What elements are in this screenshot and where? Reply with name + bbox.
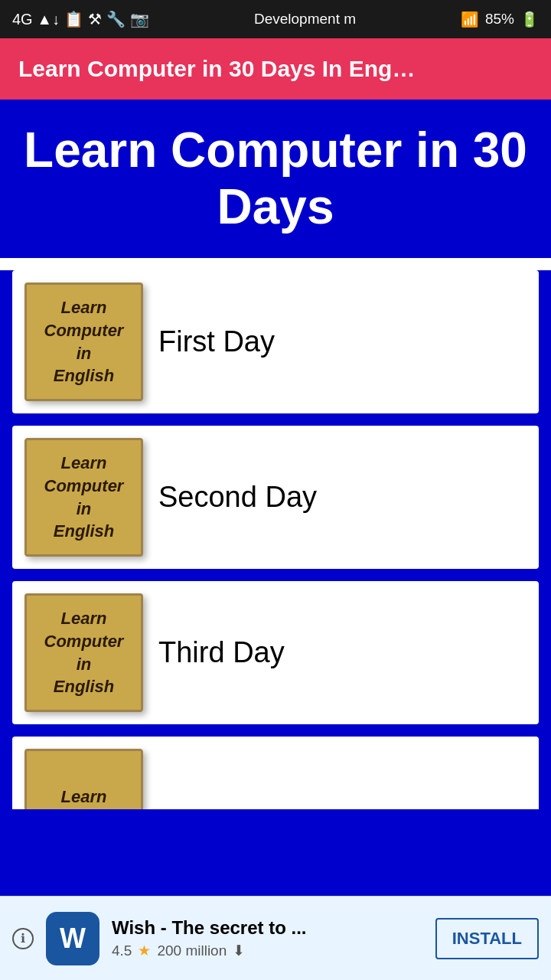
status-right: 📶 85% 🔋 xyxy=(461,11,539,28)
thumb-text-1: LearnComputerinEnglish xyxy=(38,290,130,394)
thumb-text-4: LearnComputer xyxy=(38,779,130,809)
item-label-1: First Day xyxy=(158,325,275,358)
app-bar: Learn Computer in 30 Days In Eng… xyxy=(0,38,551,100)
ad-downloads: 200 million xyxy=(157,942,227,959)
ad-info-icon[interactable]: ℹ xyxy=(12,928,34,949)
thumb-text-3: LearnComputerinEnglish xyxy=(38,601,130,704)
item-label-2: Second Day xyxy=(158,481,317,514)
tools-icon: 🔧 xyxy=(106,10,126,28)
header-title: Learn Computer in 30 Days xyxy=(15,122,536,235)
ad-banner: ℹ W Wish - The secret to ... 4.5 ★ 200 m… xyxy=(0,896,551,980)
thumb-text-2: LearnComputerinEnglish xyxy=(38,446,130,549)
status-left: 4G ▲↓ 📋 ⚒ 🔧 📷 xyxy=(12,10,149,28)
ad-meta: 4.5 ★ 200 million ⬇ xyxy=(112,942,423,959)
list-item-1[interactable]: LearnComputerinEnglish First Day xyxy=(12,270,539,413)
list-container: LearnComputerinEnglish First Day LearnCo… xyxy=(0,270,551,901)
list-item-3[interactable]: LearnComputerinEnglish Third Day xyxy=(12,581,539,724)
ad-star-icon: ★ xyxy=(138,942,151,959)
item-thumbnail-4: LearnComputer xyxy=(24,749,143,809)
ad-install-button[interactable]: INSTALL xyxy=(435,918,539,959)
app-bar-title: Learn Computer in 30 Days In Eng… xyxy=(18,56,415,82)
battery-text: 85% xyxy=(485,11,514,28)
ad-rating: 4.5 xyxy=(112,942,132,959)
wifi-icon: 📶 xyxy=(461,11,479,28)
item-thumbnail-3: LearnComputerinEnglish xyxy=(24,593,143,712)
carrier-text: Development m xyxy=(254,11,356,28)
battery-icon: 🔋 xyxy=(520,11,539,28)
list-item-4[interactable]: LearnComputer xyxy=(12,737,539,809)
status-bar: 4G ▲↓ 📋 ⚒ 🔧 📷 Development m 📶 85% 🔋 xyxy=(0,0,551,38)
ad-info: Wish - The secret to ... 4.5 ★ 200 milli… xyxy=(112,917,423,959)
ad-download-icon: ⬇ xyxy=(233,942,245,959)
ad-title: Wish - The secret to ... xyxy=(112,917,423,939)
signal-icon: 4G ▲↓ xyxy=(12,11,60,28)
list-item-2[interactable]: LearnComputerinEnglish Second Day xyxy=(12,426,539,569)
item-thumbnail-1: LearnComputerinEnglish xyxy=(24,283,143,401)
header-banner: Learn Computer in 30 Days xyxy=(0,100,551,258)
item-thumbnail-2: LearnComputerinEnglish xyxy=(24,438,143,557)
ad-app-icon: W xyxy=(46,912,99,965)
item-label-3: Third Day xyxy=(158,636,285,669)
usb-icon: ⚒ xyxy=(88,10,102,28)
sim-icon: 📋 xyxy=(64,10,83,28)
ad-icon-letter: W xyxy=(60,923,86,955)
app-icon: 📷 xyxy=(130,10,149,28)
